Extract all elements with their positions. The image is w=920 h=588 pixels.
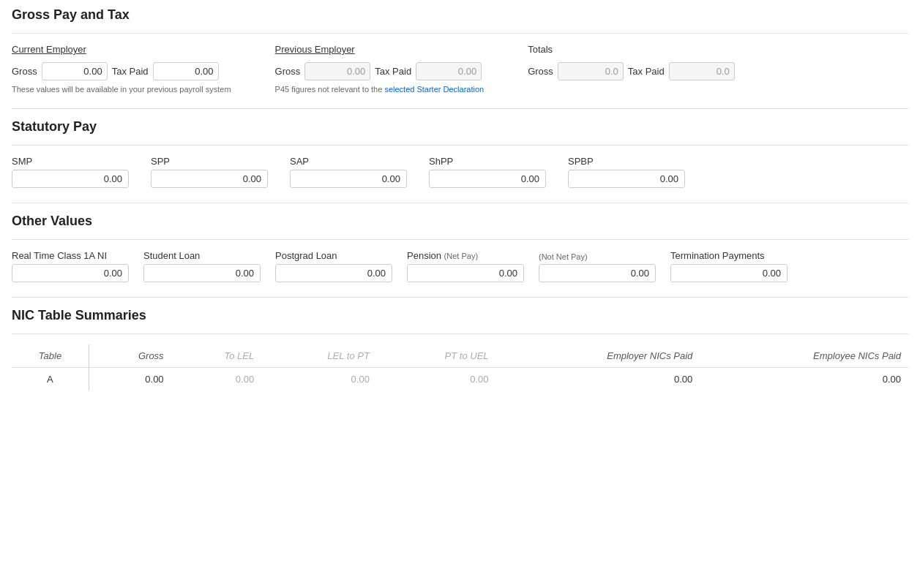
nic-table-row: A0.000.000.000.000.000.00 <box>12 368 908 391</box>
nic-table-section: NIC Table Summaries Table Gross To LEL L… <box>12 308 908 391</box>
sp-label: ShPP <box>429 156 546 167</box>
prev-note-link[interactable]: selected Starter Declaration <box>384 85 484 94</box>
ov-input[interactable] <box>670 264 788 282</box>
prev-tax-paid-label: Tax Paid <box>375 66 411 77</box>
gross-pay-tax-title: Gross Pay and Tax <box>12 7 908 23</box>
section-divider-1 <box>12 108 908 109</box>
current-gross-label: Gross <box>12 66 37 77</box>
nic-divider <box>12 333 908 334</box>
col-pt-to-uel: PT to UEL <box>377 344 496 368</box>
nic-table-title: NIC Table Summaries <box>12 308 908 323</box>
ov-input[interactable] <box>407 264 524 282</box>
statutory-pay-section: Statutory Pay SMPSPPSAPShPPSPBP <box>12 119 908 188</box>
ov-input[interactable] <box>539 264 656 282</box>
ov-label: Pension (Net Pay) <box>407 250 524 261</box>
col-lel-to-pt: LEL to PT <box>261 344 377 368</box>
statutory-pay-item: ShPP <box>429 156 546 188</box>
current-employer-block: Current Employer Gross Tax Paid These va… <box>12 44 231 94</box>
ov-divider <box>12 239 908 240</box>
other-values-item: (Not Net Pay) <box>539 252 656 282</box>
sp-label: SPP <box>151 156 268 167</box>
ov-label: Postgrad Loan <box>275 250 392 261</box>
section-divider-3 <box>12 297 908 298</box>
totals-tax-paid-label: Tax Paid <box>628 66 665 77</box>
sp-divider <box>12 145 908 146</box>
col-gross: Gross <box>89 344 171 368</box>
prev-gross-label: Gross <box>275 66 301 77</box>
sp-label: SMP <box>12 156 129 167</box>
ov-input[interactable] <box>12 264 129 282</box>
nic-table-cell: 0.00 <box>496 368 700 391</box>
statutory-pay-item: SPP <box>151 156 268 188</box>
other-values-title: Other Values <box>12 214 908 229</box>
sp-input[interactable] <box>568 170 685 188</box>
ov-input[interactable] <box>275 264 392 282</box>
current-gross-input[interactable] <box>42 62 108 80</box>
nic-table-cell: 0.00 <box>89 368 171 391</box>
ov-label: Real Time Class 1A NI <box>12 250 129 261</box>
gross-pay-tax-section: Gross Pay and Tax Current Employer Gross… <box>12 7 908 94</box>
col-employee-nics: Employee NICs Paid <box>700 344 908 368</box>
previous-employer-note: P45 figures not relevant to the selected… <box>275 85 485 94</box>
statutory-pay-title: Statutory Pay <box>12 119 908 135</box>
totals-block: Totals Gross Tax Paid <box>528 44 735 80</box>
other-values-item: Termination Payments <box>670 250 788 282</box>
col-to-lel: To LEL <box>171 344 262 368</box>
other-values-item: Student Loan <box>143 250 261 282</box>
section-divider-2 <box>12 203 908 203</box>
prev-note-text1: P45 figures not relevant to the <box>275 85 383 94</box>
other-values-item: Real Time Class 1A NI <box>12 250 129 282</box>
current-tax-paid-label: Tax Paid <box>112 66 149 77</box>
previous-employer-block: Previous Employer Gross Tax Paid P45 fig… <box>275 44 485 94</box>
sp-label: SAP <box>290 156 407 167</box>
current-employer-header: Current Employer <box>12 44 86 55</box>
current-employer-note: These values will be available in your p… <box>12 85 231 94</box>
nic-summaries-table: Table Gross To LEL LEL to PT PT to UEL E… <box>12 344 908 391</box>
ov-label: Termination Payments <box>670 250 788 261</box>
nic-table-header: Table Gross To LEL LEL to PT PT to UEL E… <box>12 344 908 368</box>
other-values-grid: Real Time Class 1A NIStudent LoanPostgra… <box>12 250 908 282</box>
other-values-item: Postgrad Loan <box>275 250 392 282</box>
gpt-divider <box>12 33 908 34</box>
sp-input[interactable] <box>12 170 129 188</box>
col-employer-nics: Employer NICs Paid <box>496 344 700 368</box>
sp-label: SPBP <box>568 156 685 167</box>
nic-table-cell: 0.00 <box>377 368 496 391</box>
prev-tax-paid-input <box>416 62 482 80</box>
statutory-pay-item: SPBP <box>568 156 685 188</box>
previous-employer-header: Previous Employer <box>275 44 355 55</box>
previous-employer-fields: Gross Tax Paid <box>275 62 482 80</box>
ov-label: (Not Net Pay) <box>539 252 656 261</box>
totals-gross-input <box>558 62 624 80</box>
statutory-pay-item: SMP <box>12 156 129 188</box>
gpt-grid: Current Employer Gross Tax Paid These va… <box>12 44 908 94</box>
current-tax-paid-input[interactable] <box>153 62 219 80</box>
other-values-item: Pension (Net Pay) <box>407 250 524 282</box>
statutory-pay-item: SAP <box>290 156 407 188</box>
current-employer-fields: Gross Tax Paid <box>12 62 219 80</box>
totals-gross-label: Gross <box>528 66 553 77</box>
nic-table-cell: A <box>12 368 89 391</box>
nic-table-cell: 0.00 <box>261 368 377 391</box>
nic-table-cell: 0.00 <box>171 368 262 391</box>
sp-input[interactable] <box>290 170 407 188</box>
ov-label: Student Loan <box>143 250 261 261</box>
nic-table-cell: 0.00 <box>700 368 908 391</box>
ov-input[interactable] <box>143 264 261 282</box>
prev-gross-input <box>304 62 370 80</box>
totals-tax-paid-input <box>669 62 735 80</box>
nic-table-body: A0.000.000.000.000.000.00 <box>12 368 908 391</box>
sp-input[interactable] <box>429 170 546 188</box>
col-table: Table <box>12 344 89 368</box>
statutory-pay-grid: SMPSPPSAPShPPSPBP <box>12 156 908 188</box>
totals-header: Totals <box>528 44 553 55</box>
sp-input[interactable] <box>151 170 268 188</box>
other-values-section: Other Values Real Time Class 1A NIStuden… <box>12 214 908 282</box>
totals-fields: Gross Tax Paid <box>528 62 735 80</box>
